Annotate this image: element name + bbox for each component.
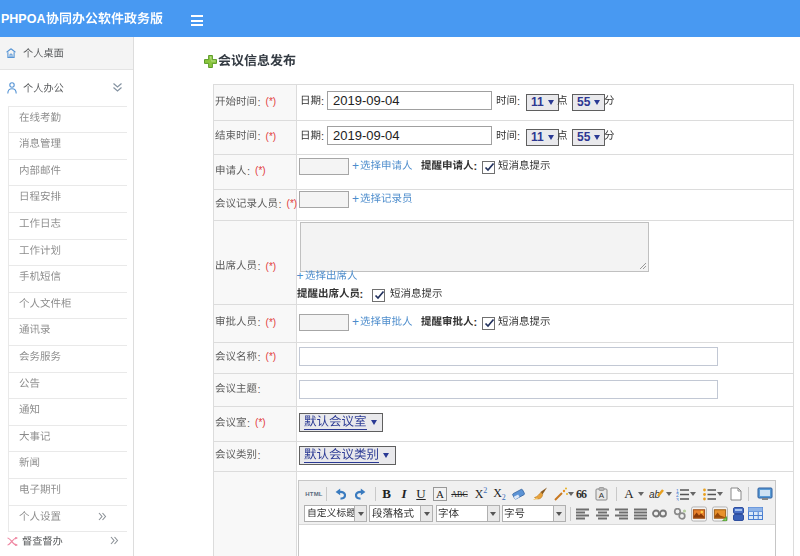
svg-text:A: A	[436, 488, 444, 500]
svg-text:3: 3	[676, 496, 679, 501]
svg-text:A: A	[598, 491, 604, 500]
